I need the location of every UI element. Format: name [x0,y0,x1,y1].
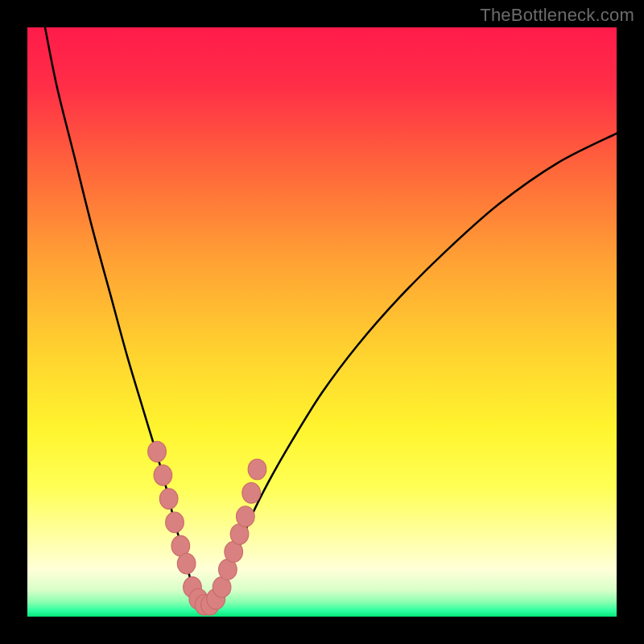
marker-dot [177,553,196,574]
marker-dot [159,489,178,510]
chart-frame: TheBottleneck.com [0,0,644,644]
bottleneck-curve [27,27,617,617]
marker-dot [242,482,261,503]
marker-dot [154,465,172,486]
watermark-text: TheBottleneck.com [480,5,634,26]
marker-dot [248,459,266,480]
marker-dot [236,506,254,527]
marker-dot [166,512,184,533]
marker-dot [148,441,167,462]
highlight-markers [148,441,266,615]
plot-area [27,27,617,617]
